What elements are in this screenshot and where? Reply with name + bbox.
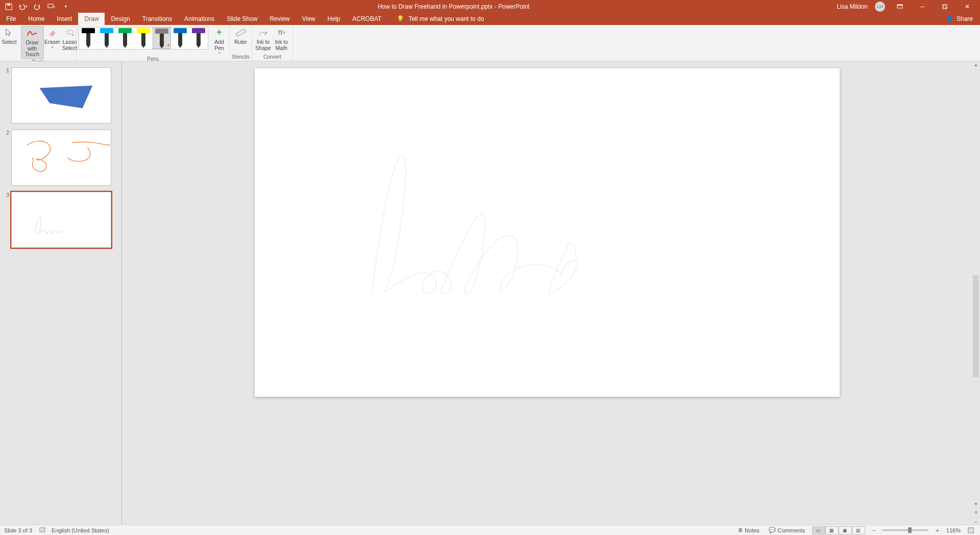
thumb-number-1: 1 [4,67,11,73]
group-label-stencils: Stencils [232,54,250,61]
notes-icon: ≣ [738,527,743,533]
thumb-number-2: 2 [4,130,11,136]
app-suffix: - PowerPoint [493,3,529,10]
window-title: How to Draw Freehand in Powerpoint.pptx … [70,3,837,10]
thumb-number-3: 3 [4,192,11,198]
share-button[interactable]: Share [957,15,973,22]
comments-button[interactable]: 💬Comments [767,527,807,533]
tab-design[interactable]: Design [105,13,136,25]
tab-home[interactable]: Home [22,13,51,25]
scroll-up-icon[interactable]: ▲ [972,61,980,68]
ruler-icon [235,27,247,38]
group-pens: ▾ + Add Pen▾ Pens [77,25,230,61]
zoom-slider[interactable] [883,529,928,531]
undo-icon[interactable]: ▾ [18,2,28,11]
slide-thumbnail-1[interactable] [11,67,111,123]
slideshow-view-button[interactable]: ▤ [852,526,865,534]
ink-to-shape-icon [258,27,269,38]
pen-item-1[interactable] [97,28,116,49]
svg-rect-8 [236,29,246,36]
start-from-beginning-icon[interactable] [47,2,56,11]
plus-icon: + [214,27,225,38]
svg-rect-1 [7,4,10,6]
pen-item-2[interactable] [116,28,134,49]
prev-slide-icon[interactable]: ≜ [972,509,980,516]
svg-rect-10 [40,528,45,532]
tab-help[interactable]: Help [322,13,347,25]
slide-counter[interactable]: Slide 3 of 3 [4,527,32,533]
customize-qat-icon[interactable]: ▾ [61,2,70,11]
reading-view-button[interactable]: ▣ [839,526,852,534]
slide-editor[interactable] [122,61,972,525]
scrollbar-thumb[interactable] [973,275,979,377]
slide-canvas[interactable] [255,68,840,397]
minimize-button[interactable]: ─ [915,0,930,13]
scribble-icon [27,28,38,39]
eraser-button[interactable]: Eraser▾ [44,26,61,50]
zoom-level[interactable]: 116% [946,527,961,533]
eraser-icon [47,27,58,38]
slide-sorter-view-button[interactable]: ▦ [825,526,839,534]
group-convert: Ink to Shape ππ Ink to Math Convert [252,25,293,61]
svg-rect-6 [943,4,947,8]
svg-marker-9 [39,86,92,109]
tab-acrobat[interactable]: ACROBAT [346,13,387,25]
scroll-down-icon[interactable]: ▼ [972,500,980,507]
add-pen-button[interactable]: + Add Pen▾ [211,26,228,56]
tab-view[interactable]: View [296,13,322,25]
notes-button[interactable]: ≣Notes [736,527,762,533]
ink-to-shape-button[interactable]: Ink to Shape [254,26,273,52]
pen-item-0[interactable] [79,28,97,49]
save-icon[interactable] [4,2,13,11]
tell-me-search[interactable]: 💡 Tell me what you want to do [387,13,484,25]
comments-icon: 💬 [769,527,776,533]
pen-item-3[interactable] [134,28,153,49]
ink-to-math-icon: ππ [276,27,287,38]
next-slide-icon[interactable]: ⩡ [972,518,980,525]
cursor-icon [4,27,15,38]
pen-item-4[interactable]: ▾ [153,28,171,49]
fit-to-window-button[interactable] [966,527,976,533]
slide-thumbnail-2[interactable] [11,130,111,186]
ribbon-display-options-icon[interactable] [892,0,908,13]
tab-slide-show[interactable]: Slide Show [220,13,263,25]
svg-rect-5 [942,5,946,9]
hello-drawing [362,142,597,300]
zoom-out-button[interactable]: − [870,527,877,533]
ink-to-math-button[interactable]: ππ Ink to Math [273,26,291,52]
group-stencils: Ruler Stencils [230,25,252,61]
vertical-scrollbar[interactable]: ▲ ▼ ≜ ⩡ [972,61,980,525]
pen-item-5[interactable] [171,28,189,49]
tab-file[interactable]: File [0,13,22,25]
redo-icon[interactable] [33,2,42,11]
zoom-in-button[interactable]: + [934,527,941,533]
ruler-button[interactable]: Ruler [232,26,250,46]
tab-animations[interactable]: Animations [178,13,220,25]
share-icon: 👤 [946,15,953,22]
lasso-select-button[interactable]: + Lasso Select [61,26,79,52]
select-button[interactable]: Select [0,26,21,46]
spellcheck-icon[interactable] [39,527,46,534]
close-button[interactable]: ✕ [960,0,975,13]
draw-with-touch-button[interactable]: Draw with Touch [21,26,44,59]
pen-item-6[interactable] [189,28,208,49]
normal-view-button[interactable]: ▭ [812,526,825,534]
slide-thumbnail-3[interactable] [11,192,111,248]
avatar[interactable]: LM [875,2,885,12]
slide-thumbnail-panel: 1 2 3 [0,61,122,525]
language-label[interactable]: English (United States) [52,527,109,533]
tab-insert[interactable]: Insert [51,13,78,25]
pen-gallery: ▾ [79,27,208,49]
tab-review[interactable]: Review [263,13,296,25]
svg-rect-4 [897,5,902,6]
tab-draw[interactable]: Draw [78,13,105,25]
group-tools: Select Draw with Touch Eraser▾ + Lasso S… [0,25,77,61]
lightbulb-icon: 💡 [397,15,404,22]
lasso-icon: + [64,27,76,38]
svg-text:+: + [71,34,74,37]
tab-transitions[interactable]: Transitions [136,13,178,25]
maximize-button[interactable] [937,0,952,13]
svg-rect-11 [968,528,973,533]
tell-me-label: Tell me what you want to do [408,15,484,22]
user-name: Lisa Mildon [837,3,868,10]
